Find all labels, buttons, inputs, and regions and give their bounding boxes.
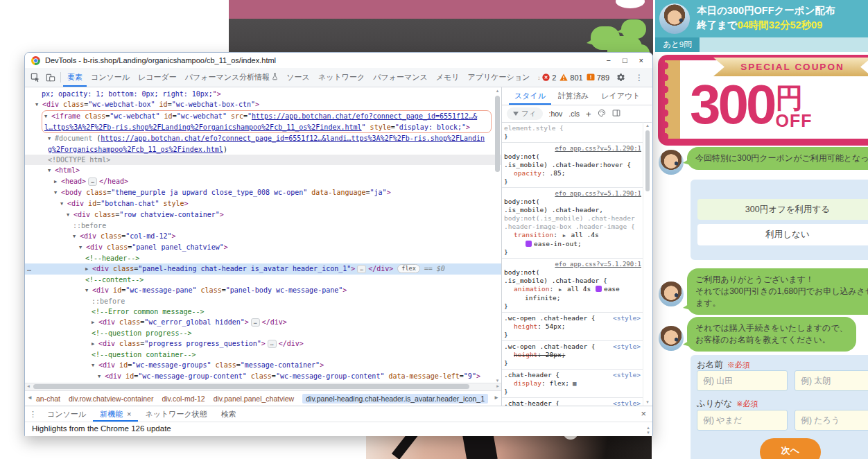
warnings-badge[interactable]: 801 [559,73,582,82]
css-source-link[interactable]: efo_app.css?v=5.1.290:1 [555,261,641,268]
style-tag-link[interactable]: <style> [613,371,641,379]
tree-row[interactable]: ▼<div id="wc-message-group-content" clas… [25,371,501,382]
styles-tab[interactable]: スタイル [509,87,551,105]
device-toolbar-icon[interactable] [43,70,58,85]
tree-row[interactable]: ▼<div class="row chatview-container"> [25,209,501,220]
drawer-tab[interactable]: コンソール [40,406,93,422]
tree-row[interactable]: ▼<div id="botchan-chat" style> [25,198,501,209]
tree-row[interactable]: ▼<div class="col-md-12"> [25,231,501,242]
tree-row[interactable]: ▼<div class="panel panel_chatview"> [25,242,501,253]
tree-row[interactable]: <!--question container--> [25,349,501,360]
tree-row[interactable]: ▶<head>…</head> [25,176,501,187]
breadcrumb-item[interactable]: an-chat [36,395,60,403]
horizontal-scrollbar[interactable]: ◄ ► [25,383,501,390]
toggle-class-button[interactable]: .cls [568,110,580,118]
tree-row[interactable]: <!DOCTYPE html> [25,155,501,165]
style-rule[interactable]: <style>.chat-header {background: ▶#8bbda… [502,398,643,406]
decline-coupon-button[interactable]: 利用しない [697,224,868,245]
close-button[interactable]: × [639,56,643,64]
devtools-tab[interactable]: メモリ [432,68,464,87]
use-coupon-button[interactable]: 300円オフを利用する [697,199,868,220]
tree-row[interactable]: ▼<div class="wc-webchat-box" id="wc-webc… [25,99,501,110]
settings-gear-icon[interactable] [613,70,628,85]
lastname-kana-input[interactable] [697,410,788,431]
devtools-tab[interactable]: ソース [282,68,314,87]
color-format-icon[interactable] [598,109,606,119]
breadcrumb-scroll-left-icon[interactable]: ◄ [27,395,33,401]
breadcrumb-scroll-right-icon[interactable]: ► [494,395,499,401]
tree-row[interactable]: <!--header--> [25,253,501,263]
style-rule[interactable]: efo_app.css?v=5.1.290:1body:not(.is_mobi… [502,188,643,259]
breadcrumb-item[interactable]: div.panel.panel_chatview [214,395,295,403]
breadcrumb-item[interactable]: div.col-md-12 [162,395,205,403]
devtools-tab[interactable]: パフォーマンス分析情報 [181,68,283,87]
scrollbar-thumb[interactable] [33,384,469,389]
style-rule[interactable]: <style>.chat-header {display: flex;▦} [502,370,643,398]
scroll-up-icon[interactable]: ▲ [494,89,501,93]
firstname-kana-input[interactable] [795,410,868,431]
devtools-tab[interactable]: コンソール [87,68,134,87]
new-style-rule-button[interactable]: + [586,109,591,119]
devtools-tab[interactable]: パフォーマンス [369,68,432,87]
style-rule[interactable]: <style>.wc-open .chat-header {height: 54… [502,313,643,341]
scrollbar-thumb[interactable] [645,130,650,191]
scrollbar-thumb[interactable] [495,96,500,172]
inspect-element-icon[interactable] [28,70,43,85]
drawer-tab[interactable]: 新機能× [93,406,138,422]
tree-row[interactable]: ▶<div class="progress progress_question"… [25,338,501,349]
devtools-tab[interactable]: 要素 [63,68,87,87]
drawer-more-icon[interactable]: ⋮ [29,410,40,419]
style-rule[interactable]: <style>.wc-open .chat-header {height: 20… [502,341,643,370]
scroll-down-icon[interactable]: ▼ [494,379,501,383]
tree-row[interactable]: ▼<html> [25,165,501,176]
devtools-tab[interactable]: アプリケーション [464,68,535,87]
css-source-link[interactable]: efo_app.css?v=5.1.290:1 [555,145,641,152]
drawer-tab[interactable]: 検索 [214,406,243,422]
style-tag-link[interactable]: <style> [613,343,641,351]
scroll-left-icon[interactable]: ◄ [26,384,31,388]
scroll-down-icon[interactable]: ▼ [643,400,652,404]
styles-tab[interactable]: » [648,87,652,105]
tree-row[interactable]: ▼<div id="wc-message-pane" class="panel-… [25,285,501,296]
css-source-link[interactable]: efo_app.css?v=5.1.290:1 [555,190,641,197]
minimize-button[interactable]: − [606,56,610,64]
firstname-input[interactable] [795,370,868,391]
drawer-scroll-arrows[interactable]: ▲▼ [646,426,650,435]
style-rule[interactable]: efo_app.css?v=5.1.290:1body:not(.is_mobi… [502,143,643,188]
style-tag-link[interactable]: <style> [613,314,641,322]
tab-close-icon[interactable]: × [127,410,131,418]
more-options-icon[interactable]: ⋮ [632,70,647,85]
tree-row[interactable]: ▶<div class="wc_error_global hidden">…</… [25,317,501,328]
scroll-right-icon[interactable]: ► [496,384,500,388]
scroll-up-icon[interactable]: ▲ [643,123,652,128]
devtools-tab[interactable]: レコーダー [134,68,181,87]
tree-row[interactable]: ▼<body class="theme_purple ja upward clo… [25,187,501,198]
toggle-hover-button[interactable]: :hov [549,110,563,118]
drawer-tab[interactable]: ネットワーク状態 [138,406,214,422]
tree-row[interactable]: ▼<div id="wc-message-groups" class="mess… [25,360,501,371]
issues-badge[interactable]: 789 [587,73,609,82]
devtools-titlebar[interactable]: DevTools - b-ris.shop/Landing/organicsha… [25,53,652,68]
tree-row[interactable]: ▼<iframe class="wc-webchat" id="wc-webch… [42,110,492,133]
tree-row[interactable]: <!--Error common message--> [25,306,501,317]
maximize-button[interactable]: □ [623,56,627,64]
tree-row[interactable]: …▶<div class="panel-heading chat-header … [25,263,501,275]
devtools-tab[interactable]: ネットワーク [314,68,369,87]
tree-row[interactable]: <!--question progress--> [25,328,501,338]
tree-row[interactable]: ::before [25,296,501,306]
styles-tab[interactable]: レイアウト [596,87,645,105]
tree-row[interactable]: <!--content--> [25,275,501,285]
breadcrumb-item[interactable]: div.panel-heading.chat-header.is_avatar.… [302,394,488,404]
styles-tab[interactable]: 計算済み [553,87,594,105]
computed-sidebar-icon[interactable] [612,109,620,119]
next-button[interactable]: 次へ [760,438,821,459]
styles-filter-input[interactable]: フィ [507,107,543,120]
style-rule[interactable]: element.style {} [502,123,643,143]
drawer-close-icon[interactable]: × [641,408,646,419]
elements-scrollbar[interactable]: ▲ ▼ [494,87,501,384]
lastname-input[interactable] [697,370,788,391]
style-tag-link[interactable]: <style> [613,399,641,406]
tree-row[interactable]: ::before [25,220,501,231]
breadcrumb-item[interactable]: div.row.chatview-container [69,395,153,403]
styles-scrollbar[interactable]: ▲ ▼ [643,122,652,406]
